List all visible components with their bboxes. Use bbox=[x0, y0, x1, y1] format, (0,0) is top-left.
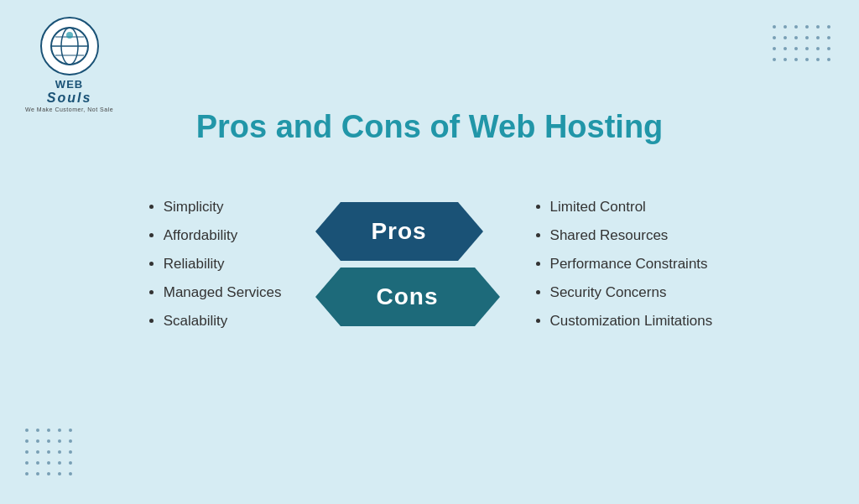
list-item: Simplicity bbox=[164, 193, 282, 221]
logo-web-text: WEB bbox=[47, 79, 92, 91]
cons-list: Limited Control Shared Resources Perform… bbox=[534, 193, 713, 335]
dots-decoration-bottom-left bbox=[25, 429, 75, 479]
list-item: Customization Limitations bbox=[550, 307, 713, 335]
list-item: Performance Constraints bbox=[550, 250, 713, 278]
page-title: Pros and Cons of Web Hosting bbox=[0, 109, 859, 145]
svg-point-5 bbox=[66, 32, 73, 39]
list-item: Scalability bbox=[164, 307, 282, 335]
main-title-area: Pros and Cons of Web Hosting bbox=[0, 109, 859, 145]
logo: WEB Souls We Make Customer, Not Sale bbox=[25, 17, 113, 112]
cons-label: Cons bbox=[315, 268, 500, 326]
pros-arrow-shape: Pros bbox=[315, 202, 483, 261]
logo-souls-text: Souls bbox=[47, 91, 92, 106]
content-area: Simplicity Affordability Reliability Man… bbox=[0, 193, 859, 335]
cons-arrow-shape: Cons bbox=[315, 268, 500, 326]
pros-label: Pros bbox=[315, 202, 483, 261]
pros-cons-layout: Simplicity Affordability Reliability Man… bbox=[147, 193, 713, 335]
globe-icon bbox=[49, 25, 91, 67]
pros-list: Simplicity Affordability Reliability Man… bbox=[147, 193, 282, 335]
logo-circle bbox=[40, 17, 99, 75]
list-item: Security Concerns bbox=[550, 278, 713, 307]
title-prefix: Pros and Cons of bbox=[196, 109, 469, 144]
list-item: Shared Resources bbox=[550, 221, 713, 250]
title-highlight: Web Hosting bbox=[469, 109, 664, 144]
list-item: Reliability bbox=[164, 250, 282, 278]
dots-decoration-top-right bbox=[773, 25, 834, 65]
list-item: Affordability bbox=[164, 221, 282, 250]
list-item: Limited Control bbox=[550, 193, 713, 221]
list-item: Managed Services bbox=[164, 278, 282, 307]
arrows-section: Pros Cons bbox=[315, 202, 500, 326]
